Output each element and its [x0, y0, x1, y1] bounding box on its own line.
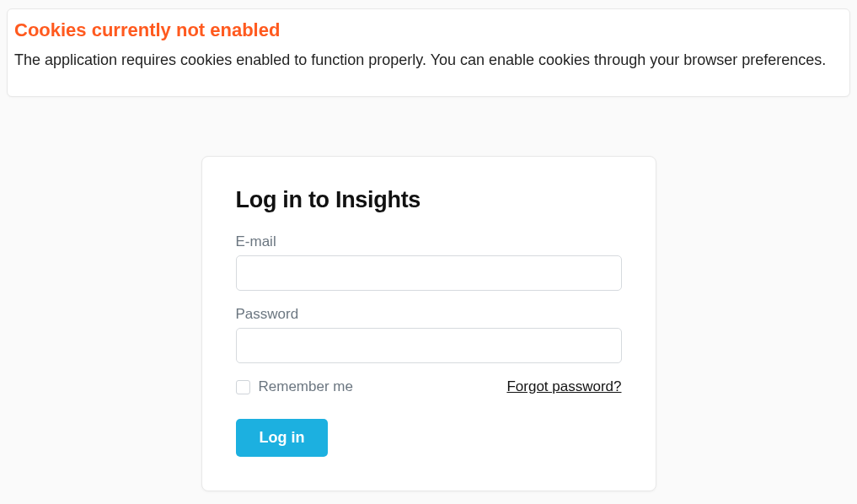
password-input[interactable]: [236, 328, 622, 363]
password-label: Password: [236, 306, 622, 323]
email-field-group: E-mail: [236, 233, 622, 291]
email-label: E-mail: [236, 233, 622, 250]
remember-me-checkbox[interactable]: [236, 380, 250, 394]
remember-me-wrap: Remember me: [236, 378, 353, 395]
email-input[interactable]: [236, 255, 622, 291]
password-field-group: Password: [236, 306, 622, 363]
options-row: Remember me Forgot password?: [236, 378, 622, 395]
login-title: Log in to Insights: [236, 187, 622, 213]
alert-title: Cookies currently not enabled: [14, 19, 843, 41]
alert-message: The application requires cookies enabled…: [14, 50, 843, 71]
forgot-password-link[interactable]: Forgot password?: [506, 378, 621, 395]
cookies-alert-banner: Cookies currently not enabled The applic…: [7, 8, 850, 97]
login-card: Log in to Insights E-mail Password Remem…: [201, 156, 656, 491]
remember-me-label: Remember me: [259, 378, 353, 395]
login-button[interactable]: Log in: [236, 419, 329, 457]
